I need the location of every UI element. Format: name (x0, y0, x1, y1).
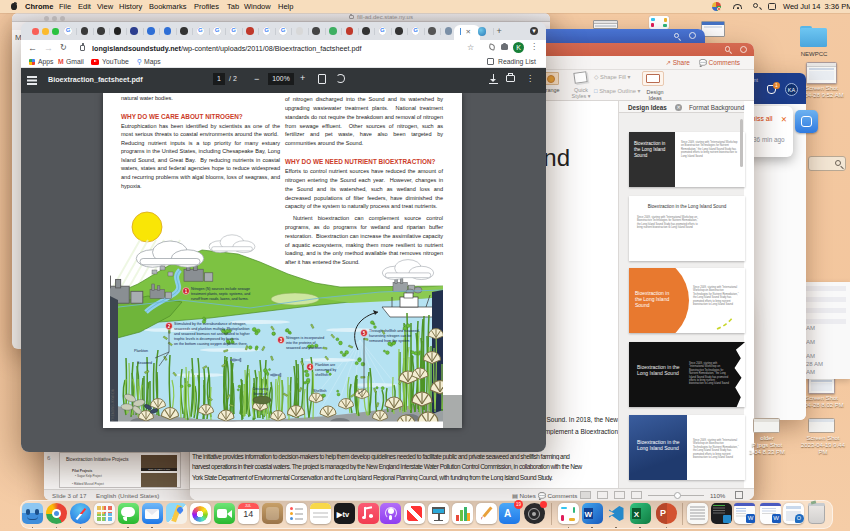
svg-text:1: 1 (185, 289, 188, 294)
svg-text:3: 3 (280, 338, 283, 343)
svg-text:seaweed and plankton: seaweed and plankton (286, 346, 322, 350)
svg-text:runoff from roads, lawns, and: runoff from roads, lawns, and farms. (191, 297, 248, 301)
svg-text:shellfish.: shellfish. (315, 373, 329, 377)
svg-text:Plankton: Plankton (134, 349, 148, 353)
svg-text:4: 4 (309, 365, 312, 370)
svg-text:Nitrogen is incorporated: Nitrogen is incorporated (286, 336, 324, 340)
svg-text:Seaweed: Seaweed (137, 361, 152, 365)
svg-text:Decaying: Decaying (253, 387, 268, 391)
svg-text:biomass: biomass (254, 392, 268, 396)
svg-text:Shellfish: Shellfish (313, 389, 327, 393)
svg-text:Stimulated by the overabundanc: Stimulated by the overabundance of nitro… (174, 322, 247, 326)
svg-text:consumed by: consumed by (315, 368, 337, 372)
svg-text:2: 2 (168, 324, 171, 329)
svg-text:trophic levels is decomposed b: trophic levels is decomposed by bacteria (174, 337, 239, 341)
svg-text:Nitrogen (N) sources include s: Nitrogen (N) sources include sewage (191, 287, 250, 291)
svg-text:seaweeds and plankton multiply: seaweeds and plankton multiply. Phytopla… (174, 327, 249, 331)
svg-text:removed from the system: removed from the system (369, 339, 410, 343)
svg-text:into the proteins of: into the proteins of (286, 341, 316, 345)
svg-text:treatment plants, septic syste: treatment plants, septic systems, and (191, 292, 250, 296)
svg-text:Through shellfish and seaweed: Through shellfish and seaweed (369, 329, 419, 333)
svg-text:and seaweed biomass not assimi: and seaweed biomass not assimilated to h… (174, 332, 251, 336)
svg-text:on the bottom causing oxygen d: on the bottom causing oxygen depletion t… (174, 342, 248, 346)
svg-text:Plankton are: Plankton are (315, 363, 335, 367)
svg-text:5: 5 (363, 331, 366, 336)
svg-text:harvesting nitrogen can be: harvesting nitrogen can be (369, 334, 411, 338)
